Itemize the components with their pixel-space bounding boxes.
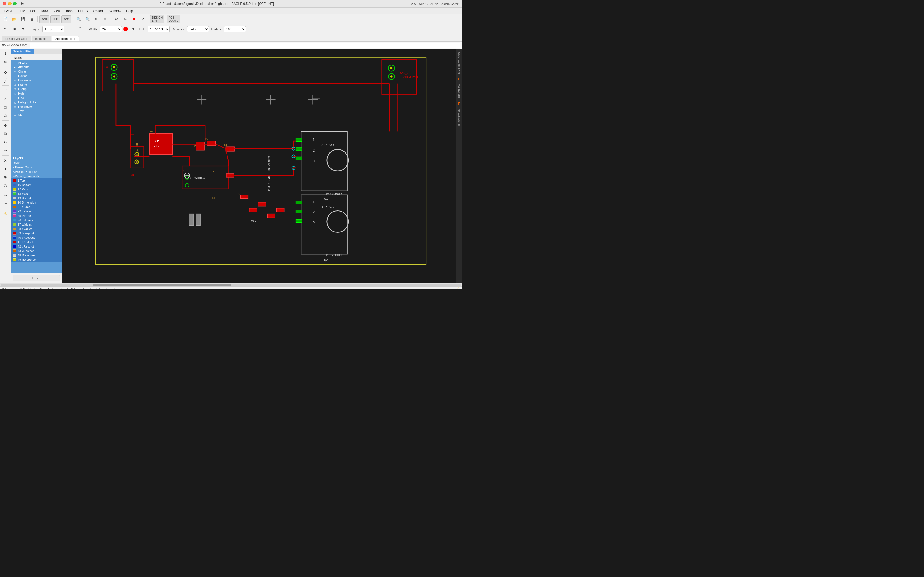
type-dimension[interactable]: ↔ Dimension <box>11 78 61 82</box>
menu-window[interactable]: Window <box>107 8 123 13</box>
layer-1-top[interactable]: 1 Top <box>11 178 61 183</box>
width-select[interactable]: 24 <box>100 26 122 32</box>
arc-button[interactable]: ⌒ <box>77 25 84 33</box>
zoom-out-button[interactable]: 🔍 <box>84 15 91 23</box>
minimize-button[interactable] <box>8 2 11 5</box>
via-tool[interactable]: ◎ <box>1 181 10 189</box>
layer-27-tvalues[interactable]: 27 tValues <box>11 222 61 227</box>
fusion-f-icon-2[interactable]: F <box>457 101 462 106</box>
sp-tab-active[interactable]: Selection Filter <box>11 49 34 54</box>
layer-43-vrestrict[interactable]: 43 vRestrict <box>11 249 61 253</box>
type-line[interactable]: — Line <box>11 96 61 100</box>
brd-button[interactable]: ULF <box>50 15 60 23</box>
help-button[interactable]: ? <box>139 15 147 23</box>
layer-48-document[interactable]: 48 Document <box>11 253 61 258</box>
type-polygon[interactable]: △ Polygon Edge <box>11 100 61 105</box>
color-dropdown[interactable]: ▼ <box>129 25 137 33</box>
redo-button[interactable]: ↪ <box>121 15 129 23</box>
arc-tool[interactable]: ⌒ <box>1 87 10 95</box>
layer-41-trestrict[interactable]: 41 tRestrict <box>11 240 61 244</box>
layer-19-unrouted[interactable]: 19 Unrouted <box>11 196 61 200</box>
type-frame[interactable]: □ Frame <box>11 82 61 87</box>
drc-button[interactable]: DRC <box>1 200 10 208</box>
print-button[interactable]: 🖨 <box>28 15 36 23</box>
new-button[interactable]: 📄 <box>2 15 9 23</box>
menu-draw[interactable]: Draw <box>39 8 51 13</box>
type-rectangle[interactable]: ▭ Rectangle <box>11 105 61 109</box>
eye-button[interactable]: 👁 <box>1 58 10 66</box>
menu-eagle[interactable]: EAGLE <box>2 8 17 13</box>
radius-select[interactable]: 100 <box>224 26 246 32</box>
info-button[interactable]: ℹ <box>1 50 10 58</box>
hscroll-track[interactable] <box>1 284 461 286</box>
stop-button[interactable]: ⏹ <box>130 15 138 23</box>
layer-28-bvalues[interactable]: 28 bValues <box>11 227 61 231</box>
mirror-tool[interactable]: ⇔ <box>1 147 10 154</box>
polygon-tool[interactable]: ⬠ <box>1 111 10 119</box>
save-button[interactable]: 💾 <box>19 15 27 23</box>
pad-tool[interactable]: ⊕ <box>1 173 10 181</box>
diameter-select[interactable]: auto <box>187 26 209 32</box>
text-tool[interactable]: T <box>1 165 10 172</box>
type-attribute[interactable]: ● Attribute <box>11 65 61 69</box>
delete-tool[interactable]: ✕ <box>1 156 10 164</box>
layer-25-tnames[interactable]: 25 tNames <box>11 213 61 218</box>
fusion360-label[interactable]: FUSION 360 <box>458 82 460 101</box>
layer-39-tkeepout[interactable]: 39 tKeepout <box>11 231 61 235</box>
zoom-fit-button[interactable]: ⊡ <box>92 15 100 23</box>
fusion-f-icon-1[interactable]: F <box>457 77 462 82</box>
close-button[interactable] <box>3 2 6 5</box>
layer-26-bnames[interactable]: 26 bNames <box>11 218 61 222</box>
type-circle[interactable]: ○ Circle <box>11 69 61 74</box>
menu-options[interactable]: Options <box>91 8 107 13</box>
layer-49-reference[interactable]: 49 Reference <box>11 258 61 262</box>
menu-edit[interactable]: Edit <box>28 8 38 13</box>
layer-22-bplace[interactable]: 22 bPlace <box>11 209 61 213</box>
tab-design-manager[interactable]: Design Manager <box>2 36 31 42</box>
wire-button[interactable]: ⌐ <box>68 25 76 33</box>
type-text[interactable]: T Text <box>11 109 61 113</box>
copy-tool[interactable]: ⧉ <box>1 130 10 138</box>
move-tool[interactable]: ✥ <box>1 122 10 129</box>
layer-preset-all[interactable]: <All> <box>11 161 61 165</box>
zoom-in-button[interactable]: 🔍 <box>75 15 82 23</box>
pcb-quote-button[interactable]: PCBQUOTE <box>166 15 180 23</box>
maximize-button[interactable] <box>13 2 17 5</box>
type-device[interactable]: ▪ Device <box>11 74 61 78</box>
layer-preset-bottom[interactable]: <Preset_Bottom> <box>11 169 61 174</box>
tab-selection-filter[interactable]: Selection Filter <box>52 36 79 42</box>
warning-button[interactable]: ⚠ <box>1 210 10 218</box>
drc-erc[interactable]: ERC <box>1 192 10 199</box>
type-via[interactable]: ⊕ Via <box>11 113 61 118</box>
undo-button[interactable]: ↩ <box>113 15 120 23</box>
layer-40-bkeepout[interactable]: 40 bKeepout <box>11 235 61 240</box>
select-button[interactable]: ↖ <box>2 25 9 33</box>
hscroll-thumb[interactable] <box>93 284 231 286</box>
rotate-tool[interactable]: ↻ <box>1 138 10 146</box>
layer-21-tplace[interactable]: 21 tPlace <box>11 205 61 209</box>
manufacturing-label[interactable]: MANUFACTURING <box>458 50 460 76</box>
sch-button[interactable]: SCH <box>39 15 49 23</box>
reset-button[interactable]: Reset <box>13 275 60 281</box>
hscrollbar[interactable] <box>0 283 462 286</box>
layer-20-dimension[interactable]: 20 Dimension <box>11 200 61 205</box>
menu-tools[interactable]: Tools <box>63 8 75 13</box>
crosshair-button[interactable]: ✛ <box>1 68 10 76</box>
zoom-select-button[interactable]: ⊞ <box>101 15 109 23</box>
layer-preset-top[interactable]: <Preset_Top> <box>11 165 61 169</box>
menu-help[interactable]: Help <box>124 8 135 13</box>
tab-inspector[interactable]: Inspector <box>32 36 51 42</box>
menu-library[interactable]: Library <box>76 8 90 13</box>
layer-select[interactable]: 1 Top <box>42 26 65 32</box>
menu-file[interactable]: File <box>18 8 27 13</box>
layer-18-vias[interactable]: 18 Vias <box>11 192 61 196</box>
drill-select[interactable]: 13.77953 <box>148 26 170 32</box>
cam-button[interactable]: SCR <box>61 15 71 23</box>
layer-17-pads[interactable]: 17 Pads <box>11 187 61 192</box>
design-link-button[interactable]: DESIGNLINK <box>150 15 165 23</box>
fusion-team-label[interactable]: FUSION TEAM <box>458 106 460 128</box>
type-group[interactable]: ⊡ Group <box>11 87 61 91</box>
menu-view[interactable]: View <box>51 8 63 13</box>
layer-42-brestrict[interactable]: 42 bRestrict <box>11 244 61 249</box>
circle-tool[interactable]: ○ <box>1 95 10 103</box>
